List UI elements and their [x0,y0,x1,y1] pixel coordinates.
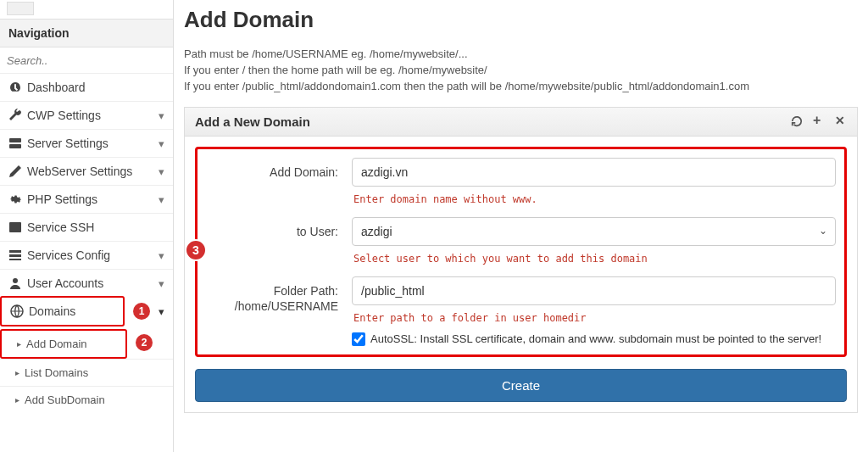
sidebar-subitem-add-subdomain[interactable]: ▸ Add SubDomain [0,386,173,413]
svg-rect-0 [9,138,21,142]
callout-badge-3: 3 [185,239,207,261]
chevron-down-icon: ▾ [159,193,164,206]
autossl-checkbox[interactable] [352,332,365,346]
main-content: Add Domain Path must be /home/USERNAME e… [174,0,868,452]
refresh-icon[interactable] [791,115,803,127]
sidebar-subitem-list-domains[interactable]: ▸ List Domains [0,359,173,386]
sidebar-item-cwp-settings[interactable]: CWP Settings ▾ [0,101,173,129]
svg-rect-3 [9,250,21,253]
sidebar-item-webserver-settings[interactable]: WebServer Settings ▾ [0,157,173,185]
list-icon [8,248,22,262]
folder-path-help: Enter path to a folder in user homedir [352,305,836,329]
sidebar-item-label: Add Domain [26,338,117,350]
sidebar-subitem-add-domain[interactable]: ▸ Add Domain [0,329,127,359]
gear-icon [8,193,22,206]
folder-path-label: Folder Path: /home/USERNAME [206,276,352,314]
sidebar-item-label: Dashboard [27,81,164,94]
add-domain-panel: Add a New Domain + ✕ 3 Add Domain: Enter… [184,107,858,413]
panel-title: Add a New Domain [195,114,781,129]
svg-point-6 [13,278,18,283]
pencil-icon [8,165,22,178]
sidebar-item-dashboard[interactable]: Dashboard [0,73,173,101]
svg-rect-4 [9,254,21,257]
close-icon[interactable]: ✕ [835,115,847,127]
sidebar-item-services-config[interactable]: Services Config ▾ [0,241,173,269]
chevron-down-icon: ▾ [159,137,164,150]
chevron-down-icon: ▾ [159,165,164,178]
wrench-icon [8,109,22,122]
caret-right-icon: ▸ [17,339,21,349]
chevron-down-icon: ▾ [159,277,164,290]
hint-text: If you enter / then the home path will b… [184,63,858,79]
sidebar-toggle[interactable] [7,2,34,15]
chevron-down-icon: ▾ [159,109,164,122]
create-button[interactable]: Create [195,369,847,402]
search-input[interactable] [0,47,173,73]
page-title: Add Domain [184,0,858,47]
sidebar-item-label: Add SubDomain [25,393,164,406]
sidebar: Navigation Dashboard CWP Settings ▾ Serv… [0,0,174,452]
sidebar-item-label: Server Settings [27,137,159,150]
sidebar-item-php-settings[interactable]: PHP Settings ▾ [0,185,173,213]
caret-right-icon: ▸ [15,368,19,377]
folder-path-input[interactable] [352,276,836,305]
gauge-icon [8,81,22,94]
caret-right-icon: ▸ [15,395,19,405]
sidebar-item-user-accounts[interactable]: User Accounts ▾ [0,269,173,297]
sidebar-item-label: CWP Settings [27,109,159,122]
chevron-down-icon: ▾ [159,249,164,262]
form-area: 3 Add Domain: Enter domain name without … [195,147,847,357]
add-domain-help: Enter domain name without www. [352,187,836,210]
sidebar-item-label: WebServer Settings [27,165,159,178]
sidebar-item-label: User Accounts [27,276,159,290]
to-user-label: to User: [206,217,352,239]
autossl-label: AutoSSL: Install SSL certificate, domain… [370,332,821,345]
nav-title: Navigation [0,19,173,47]
sidebar-item-label: List Domains [25,366,164,379]
svg-rect-1 [9,144,21,148]
add-domain-input[interactable] [352,158,836,187]
sidebar-item-domains[interactable]: Domains [0,296,125,326]
sidebar-item-service-ssh[interactable]: Service SSH [0,213,173,241]
server-icon [8,137,22,150]
terminal-icon [8,220,22,234]
svg-rect-5 [9,259,21,260]
callout-badge-2: 2 [136,334,153,351]
autossl-row[interactable]: AutoSSL: Install SSL certificate, domain… [352,329,836,346]
to-user-help: Select user to which you want to add thi… [352,246,836,270]
sidebar-item-label: Services Config [27,248,159,262]
plus-icon[interactable]: + [813,115,825,127]
user-icon [8,276,22,290]
chevron-down-icon: ▾ [150,305,173,318]
svg-rect-2 [9,222,21,232]
sidebar-item-label: PHP Settings [27,193,159,206]
globe-icon [10,304,24,318]
to-user-select[interactable]: azdigi [352,217,836,246]
add-domain-label: Add Domain: [206,158,352,180]
hint-text: Path must be /home/USERNAME eg. /home/my… [184,47,858,63]
sidebar-item-label: Domains [29,304,114,318]
sidebar-item-server-settings[interactable]: Server Settings ▾ [0,129,173,157]
sidebar-item-label: Service SSH [27,220,164,234]
hint-text: If you enter /public_html/addondomain1.c… [184,79,858,95]
callout-badge-1: 1 [133,303,150,320]
